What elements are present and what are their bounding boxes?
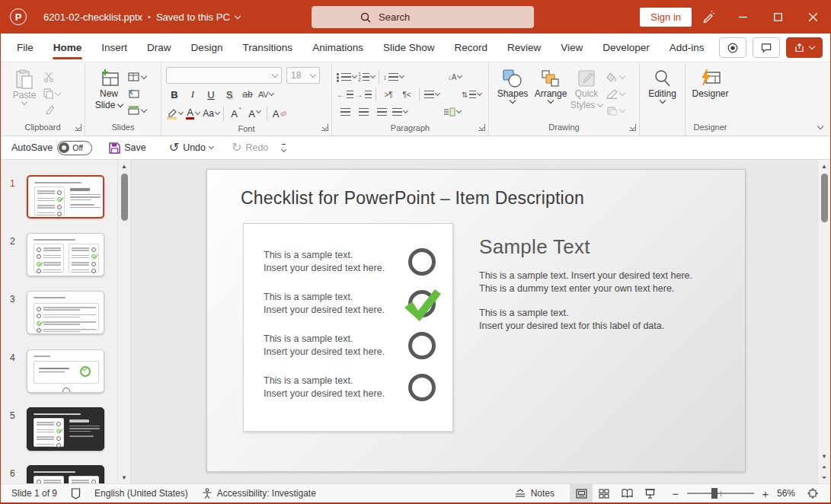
align-center-button[interactable] (355, 104, 372, 120)
slideshow-view-button[interactable] (638, 484, 661, 502)
shrink-font-button[interactable]: A (246, 105, 263, 122)
powerpoint-app-icon[interactable]: P (10, 8, 27, 25)
checkbox-circle-checked-icon[interactable] (408, 290, 436, 317)
menu-view[interactable]: View (551, 33, 593, 62)
menu-slide-show[interactable]: Slide Show (373, 33, 445, 62)
menu-transitions[interactable]: Transitions (233, 33, 303, 62)
grow-font-button[interactable]: Aˆ (228, 105, 245, 122)
paste-button[interactable]: Paste (5, 66, 43, 118)
arrange-button[interactable]: Arrange (532, 66, 570, 118)
align-right-button[interactable] (373, 104, 390, 120)
slide-1-editor[interactable]: Checklist for PowerPoint – Item Descript… (206, 169, 746, 472)
strikethrough-button[interactable]: ab (239, 86, 256, 103)
slide-title[interactable]: Checklist for PowerPoint – Item Descript… (241, 188, 584, 209)
shapes-button[interactable]: Shapes (494, 66, 532, 118)
thumbnail-scrollbar-thumb[interactable] (121, 174, 128, 221)
save-button[interactable]: Save (104, 140, 151, 156)
checklist-item-1[interactable]: This is a sample text.Insert your desire… (264, 241, 436, 282)
slide-sorter-view-button[interactable] (593, 484, 615, 502)
search-input[interactable] (379, 11, 508, 23)
normal-view-button[interactable] (570, 484, 593, 502)
shape-effects-button[interactable] (606, 104, 625, 116)
columns-button[interactable] (423, 86, 440, 103)
menu-review[interactable]: Review (497, 33, 551, 62)
collapse-ribbon-button[interactable] (818, 120, 823, 131)
menu-file[interactable]: File (7, 33, 43, 62)
close-button[interactable] (795, 0, 830, 33)
share-button[interactable] (786, 37, 823, 58)
menu-addins[interactable]: Add-ins (660, 33, 714, 62)
slide-thumbnail-4[interactable] (27, 349, 104, 393)
line-spacing-button[interactable]: ↕ (383, 69, 404, 85)
slide-thumbnail-5[interactable] (27, 407, 104, 451)
character-spacing-button[interactable]: AV (257, 86, 274, 103)
menu-draw[interactable]: Draw (137, 33, 181, 62)
comments-button[interactable] (753, 37, 780, 58)
shape-outline-button[interactable] (606, 88, 625, 100)
language-indicator[interactable]: English (United States) (90, 484, 193, 502)
canvas-scrollbar-thumb[interactable] (821, 174, 828, 222)
zoom-out-button[interactable]: − (669, 487, 682, 500)
reset-slide-button[interactable] (128, 88, 146, 100)
notes-toggle-button[interactable]: Notes (510, 484, 559, 502)
text-direction-button[interactable]: ↓A (446, 69, 463, 85)
autosave-toggle[interactable]: Off (57, 141, 92, 155)
slide-indicator[interactable]: Slide 1 of 9 (7, 484, 62, 502)
qat-overflow-button[interactable] (282, 144, 286, 152)
designer-button[interactable]: Designer (690, 66, 730, 118)
copy-button[interactable] (43, 88, 60, 100)
checklist-item-4[interactable]: This is a sample text.Insert your desire… (264, 366, 436, 408)
clipboard-dialog-launcher-icon[interactable] (75, 124, 82, 131)
scroll-down-icon[interactable]: ▼ (818, 450, 831, 462)
record-button[interactable] (719, 37, 746, 58)
new-slide-button[interactable]: New Slide (90, 66, 128, 118)
document-title[interactable]: 6201-02-checklist.pptx • Saved to this P… (43, 11, 240, 23)
decrease-indent-button[interactable]: ← (337, 86, 353, 103)
previous-slide-button[interactable]: ⏶ (818, 462, 831, 473)
slide-thumbnail-3[interactable] (27, 291, 104, 334)
checkbox-circle-icon[interactable] (408, 374, 436, 401)
align-left-button[interactable] (337, 104, 353, 120)
sign-in-button[interactable]: Sign in (640, 8, 692, 27)
format-painter-button[interactable] (43, 104, 60, 116)
checklist-card[interactable]: This is a sample text.Insert your desire… (243, 223, 453, 432)
text-shadow-button[interactable]: S (221, 86, 238, 103)
menu-insert[interactable]: Insert (91, 33, 137, 62)
checkbox-circle-icon[interactable] (408, 248, 436, 276)
scroll-up-icon[interactable]: ▲ (118, 160, 131, 172)
sample-text-block[interactable]: Sample Text This is a sample text. Inser… (479, 235, 704, 332)
underline-button[interactable]: U (203, 86, 219, 103)
font-color-button[interactable]: A (184, 105, 201, 122)
menu-animations[interactable]: Animations (302, 33, 373, 62)
checkbox-circle-icon[interactable] (408, 332, 436, 359)
zoom-percentage[interactable]: 56% (772, 484, 801, 502)
reading-view-button[interactable] (615, 484, 638, 502)
section-button[interactable] (128, 104, 146, 116)
align-text-button[interactable]: ⇅ (462, 86, 481, 103)
cut-button[interactable] (43, 71, 60, 83)
clear-formatting-button[interactable]: A (271, 105, 288, 122)
drawing-dialog-launcher-icon[interactable] (629, 124, 636, 131)
change-case-button[interactable]: Aa (203, 105, 219, 122)
menu-home[interactable]: Home (43, 33, 92, 62)
editing-button[interactable]: Editing (644, 66, 680, 118)
highlight-color-button[interactable] (166, 105, 183, 122)
justify-button[interactable] (392, 104, 408, 120)
zoom-slider-thumb[interactable] (711, 488, 718, 499)
menu-design[interactable]: Design (181, 33, 233, 62)
font-size-combobox[interactable]: 18 (286, 67, 320, 84)
quick-styles-button[interactable]: Quick Styles (570, 66, 603, 118)
redo-button[interactable]: ↻ Redo (227, 140, 273, 155)
left-to-right-button[interactable]: >¶ (380, 86, 397, 103)
right-to-left-button[interactable]: ¶< (398, 86, 415, 103)
zoom-in-button[interactable]: + (759, 487, 772, 500)
slide-thumbnail-1[interactable] (27, 175, 104, 219)
accessibility-status[interactable]: Accessibility: Investigate (197, 484, 321, 502)
slide-thumbnail-6[interactable] (27, 465, 104, 483)
increase-indent-button[interactable]: → (355, 86, 372, 103)
maximize-button[interactable] (760, 0, 795, 33)
font-name-combobox[interactable] (166, 67, 282, 84)
chevron-down-icon[interactable] (235, 12, 241, 18)
feedback-pen-icon[interactable] (692, 0, 725, 33)
scroll-down-icon[interactable]: ▼ (118, 471, 131, 483)
